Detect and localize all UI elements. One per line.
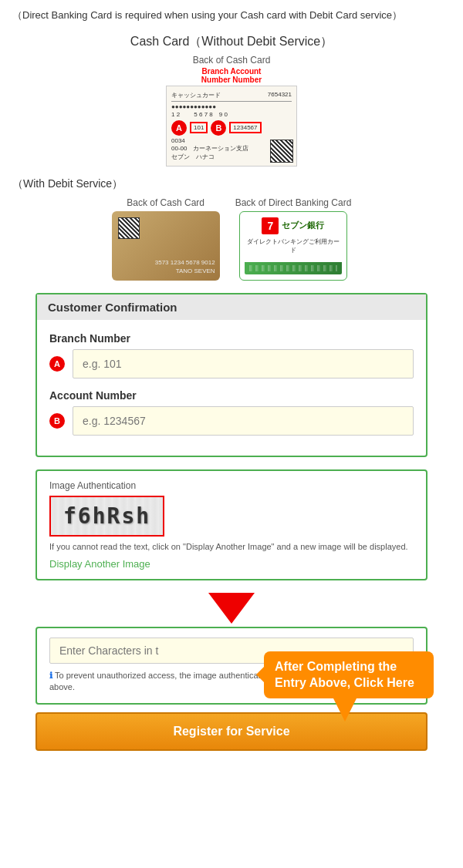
callout-text: After Completing the Entry Above, Click …	[275, 660, 414, 689]
cash-card-title: Cash Card（Without Debit Service）	[130, 34, 333, 50]
auth-section: Image Authentication f6hRsh If you canno…	[35, 469, 428, 580]
seven-icon: 7	[262, 217, 279, 234]
info-icon: ℹ	[49, 671, 52, 680]
confirmation-header: Customer Confirmation	[37, 294, 426, 320]
direct-card-column: Back of Direct Banking Card 7 セブン銀行 ダイレク…	[235, 197, 352, 281]
cash-card-column-label: Back of Cash Card	[127, 197, 204, 208]
branch-input[interactable]	[73, 349, 414, 378]
debit-cards-row: Back of Cash Card 3573 1234 5678 9012 TA…	[12, 197, 451, 281]
direct-card-image: 7 セブン銀行 ダイレクトバンキングご利用カード	[239, 211, 347, 281]
callout-box: After Completing the Entry Above, Click …	[264, 651, 434, 699]
branch-label: Branch Number	[49, 332, 414, 345]
qr-code	[118, 217, 140, 239]
auth-help-text: If you cannot read the text, click on "D…	[49, 541, 414, 553]
badge-b-confirmation: B	[49, 413, 65, 429]
badge-a-confirmation: A	[49, 356, 65, 372]
enter-section: ℹTo prevent unauthorized access, the ima…	[35, 627, 428, 705]
top-note: （Direct Banking Card is required when us…	[0, 0, 463, 28]
callout-arrow	[333, 698, 357, 722]
badge-b: B	[211, 120, 226, 136]
badge-a: A	[171, 120, 187, 136]
cash-card-diagram: キャッシュカード 7654321 ●●●●●●●●●●●●1 2 5 6 7 8…	[166, 86, 297, 167]
register-button[interactable]: Register for Service	[35, 712, 428, 751]
auth-label: Image Authentication	[49, 480, 414, 491]
direct-card-column-label: Back of Direct Banking Card	[235, 197, 352, 208]
with-debit-title: （With Debit Service）	[12, 177, 451, 191]
confirmation-box: Customer Confirmation Branch Number A Ac…	[35, 293, 428, 457]
display-another-link[interactable]: Display Another Image	[49, 558, 150, 570]
branch-account-label: Branch AccountNumber Number	[166, 67, 297, 84]
card-numbers: 3573 1234 5678 9012 TANO SEVEN	[117, 258, 215, 275]
arrow-down-shape	[208, 593, 255, 624]
branch-highlight: 101	[190, 122, 208, 133]
card-back-label: Back of Cash Card	[193, 55, 271, 66]
cash-card-column: Back of Cash Card 3573 1234 5678 9012 TA…	[112, 197, 220, 281]
captcha-image: f6hRsh	[49, 496, 164, 537]
seven-bank-logo: 7 セブン銀行	[262, 217, 324, 234]
cash-card-image: 3573 1234 5678 9012 TANO SEVEN	[112, 211, 220, 281]
account-row: B	[49, 406, 414, 436]
bank-name: セブン銀行	[282, 220, 324, 231]
branch-row: A	[49, 349, 414, 378]
account-label: Account Number	[49, 389, 414, 402]
account-highlight: 1234567	[229, 122, 261, 133]
direct-card-text: ダイレクトバンキングご利用カード	[245, 237, 342, 254]
account-input[interactable]	[73, 406, 414, 436]
arrow-down	[12, 593, 451, 624]
